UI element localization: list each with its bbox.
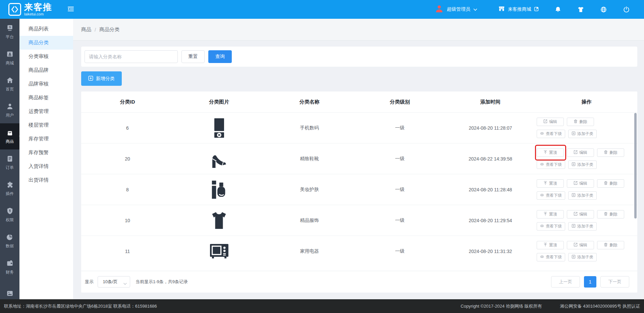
view-children-button[interactable]: 查看下级 [537,253,565,261]
add-child-button[interactable]: 添加子类 [568,222,597,231]
shop-link[interactable]: 来客推商城 [498,5,539,13]
add-child-button[interactable]: 添加子类 [568,253,597,261]
delete-button[interactable]: 删除 [597,241,624,249]
add-child-button[interactable]: 添加子类 [568,130,597,138]
delete-button[interactable]: 删除 [597,148,624,157]
submenu-item-stock[interactable]: 库存管理 [19,132,73,146]
submenu-item-stock-warning[interactable]: 库存预警 [19,146,73,160]
logo-icon [8,3,21,16]
sidebar: S平台商城首页用户商品订单插件权限数据财务 [0,19,19,299]
category-name-input[interactable] [85,50,178,63]
next-page-button[interactable]: 下一页 [600,276,629,288]
submenu-item-goods-list[interactable]: 商品列表 [19,22,73,36]
data-icon [6,233,14,241]
breadcrumb-page: 商品分类 [99,26,119,33]
sidebar-item-data[interactable]: 数据 [0,228,19,254]
permission-icon [6,207,14,215]
add-child-icon [572,193,576,198]
pin-top-button[interactable]: 置顶 [537,241,564,249]
sidebar-item-home[interactable]: 首页 [0,71,19,97]
add-category-button[interactable]: 新增分类 [81,71,122,86]
menu-collapse-icon[interactable] [67,6,74,13]
category-add-time: 2024-08-20 11:28:07 [445,125,536,131]
breadcrumb-section[interactable]: 商品 [81,26,91,33]
user-menu[interactable]: 超级管理员 [435,4,477,15]
plus-square-icon [88,76,93,82]
sidebar-item-label: 插件 [6,191,14,197]
chevron-down-icon [473,6,477,12]
category-name: 精品服饰 [264,217,355,224]
table-row: 10精品服饰一级2024-08-20 11:29:54置顶编辑删除查看下级添加子… [81,205,637,236]
view-children-button[interactable]: 查看下级 [537,191,565,200]
sidebar-item-label: 用户 [6,113,14,118]
pin-top-button[interactable]: 置顶 [537,179,564,188]
pin-top-button[interactable]: 置顶 [537,210,564,218]
page-number-button[interactable]: 1 [584,276,596,288]
goods-icon [6,129,14,136]
sidebar-item-platform[interactable]: S平台 [0,19,19,45]
microwave-category-icon [174,243,264,259]
top-icon [543,243,547,248]
platform-icon: S [6,24,14,32]
reset-button[interactable]: 重置 [181,50,205,63]
sidebar-item-user[interactable]: 用户 [0,97,19,123]
submenu-item-brand-audit[interactable]: 品牌审核 [19,77,73,91]
user-name: 超级管理员 [447,6,470,12]
sidebar-item-label: 商城 [6,60,14,66]
delete-button[interactable]: 删除 [567,118,594,126]
submenu-item-category-audit[interactable]: 分类审核 [19,50,73,63]
trash-icon [604,150,608,155]
category-add-time: 2024-08-22 14:39:58 [445,156,536,162]
view-children-button[interactable]: 查看下级 [537,222,565,231]
category-id: 6 [81,125,174,131]
table-header-row: 分类ID分类图片分类名称分类级别添加时间操作 [81,91,637,112]
sidebar-item-finance[interactable]: 财务 [0,254,19,280]
submenu-item-label: 楼层管理 [29,122,49,128]
shop-link-label: 来客推商城 [508,6,531,12]
page-size-select[interactable]: 10条/页 [98,276,130,288]
submenu-item-outbound[interactable]: 出货详情 [19,173,73,187]
delete-button[interactable]: 删除 [597,210,624,218]
table-row: 6手机数码一级2024-08-20 11:28:07编辑删除查看下级添加子类 [81,112,637,143]
pin-top-button[interactable]: 置顶 [537,148,564,157]
column-header: 操作 [536,99,637,105]
prev-page-button[interactable]: 上一页 [551,276,580,288]
submenu-item-freight[interactable]: 运费管理 [19,105,73,118]
search-button[interactable]: 查询 [208,50,232,63]
delete-button[interactable]: 删除 [597,179,624,188]
sidebar-item-label: 权限 [6,217,14,223]
edit-button[interactable]: 编辑 [537,118,564,126]
footer-copyright: Copyright ©2017-2024 拾捌网络 版权所有 [461,303,542,309]
svg-text:S: S [9,25,11,29]
sidebar-item-mall[interactable]: 商城 [0,45,19,71]
sidebar-item-plugin[interactable]: 插件 [0,176,19,202]
table-scrollbar[interactable] [634,113,637,218]
globe-icon[interactable] [600,6,607,13]
power-logout-icon[interactable] [623,6,630,13]
add-child-button[interactable]: 添加子类 [568,161,597,169]
sidebar-item-permission[interactable]: 权限 [0,202,19,228]
edit-button[interactable]: 编辑 [567,148,594,157]
sidebar-item-order[interactable]: 订单 [0,149,19,176]
edit-button[interactable]: 编辑 [567,210,594,218]
view-children-button[interactable]: 查看下级 [537,130,565,138]
annotation-highlight-box: 置顶 [537,148,564,157]
row-actions: 置顶编辑删除查看下级添加子类 [536,148,637,169]
submenu-item-goods-category[interactable]: 商品分类 [19,36,73,50]
add-child-button[interactable]: 添加子类 [568,191,597,200]
view-children-button[interactable]: 查看下级 [537,161,565,169]
submenu-item-inbound[interactable]: 入货详情 [19,160,73,173]
submenu-item-goods-tag[interactable]: 商品标签 [19,91,73,105]
eye-icon [540,162,544,167]
notification-bell-icon[interactable] [554,6,561,13]
pagination-bar: 显示 10条/页 当前显示1-9条，共9条记录 上一页 1 下一页 [81,271,637,292]
submenu-item-floor[interactable]: 楼层管理 [19,118,73,132]
edit-button[interactable]: 编辑 [567,241,594,249]
trash-icon [604,181,608,186]
edit-button[interactable]: 编辑 [567,179,594,188]
submenu-item-goods-brand[interactable]: 商品品牌 [19,63,73,77]
submenu: 商品列表商品分类分类审核商品品牌品牌审核商品标签运费管理楼层管理库存管理库存预警… [19,19,73,299]
edit-icon [574,150,578,155]
tshirt-icon[interactable] [577,6,584,13]
table-row: 20精致鞋靴一级2024-08-22 14:39:58置顶编辑删除查看下级添加子… [81,143,637,174]
